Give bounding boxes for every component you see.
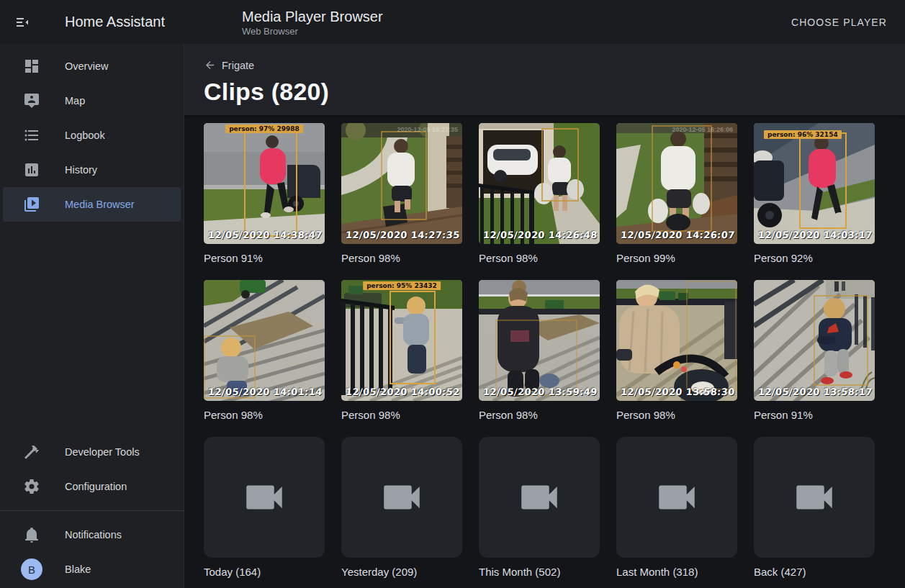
clip-thumbnail-image — [204, 280, 325, 401]
folder-card-back[interactable]: Back (427) — [754, 437, 875, 579]
clip-card[interactable]: 12/05/2020 13:58:17 Person 91% — [754, 280, 875, 422]
folder-card-yesterday[interactable]: Yesterday (209) — [341, 437, 462, 579]
clip-timestamp-overlay: 12/05/2020 14:38:47 — [207, 230, 323, 240]
clip-thumbnail-image — [754, 123, 875, 244]
video-icon — [515, 474, 563, 521]
media-browser-panel: Frigate Clips (820) — [184, 44, 905, 588]
clip-thumbnail-image — [341, 280, 462, 401]
page-subtitle: Web Browser — [242, 26, 383, 37]
folder-card-last-month[interactable]: Last Month (318) — [616, 437, 737, 579]
folder-label: This Month (502) — [479, 566, 600, 579]
clip-card[interactable]: 2020-12-05 16:27:35 12/05/2020 14:27:35 … — [341, 123, 462, 265]
bell-icon — [23, 526, 40, 543]
sidebar-item-developer-tools[interactable]: Developer Tools — [3, 435, 181, 469]
clip-label: Person 92% — [754, 252, 875, 265]
user-name-label: Blake — [65, 564, 91, 575]
camera-osd-timestamp: 2020-12-05 16:26:06 — [672, 126, 733, 133]
clip-timestamp-overlay: 12/05/2020 14:26:07 — [620, 230, 735, 240]
sidebar-item-media-browser[interactable]: Media Browser — [3, 187, 181, 222]
sidebar-item-label: Media Browser — [65, 199, 135, 210]
clip-thumbnail-image — [616, 280, 737, 401]
clip-timestamp-overlay: 12/05/2020 14:01:14 — [207, 386, 323, 397]
choose-player-button[interactable]: CHOOSE PLAYER — [785, 11, 893, 34]
clip-timestamp-overlay: 12/05/2020 13:58:30 — [620, 386, 735, 397]
clip-label: Person 98% — [616, 409, 737, 422]
clip-thumbnail-image — [479, 280, 600, 401]
folder-tile — [616, 437, 737, 558]
sidebar-item-label: Notifications — [65, 529, 122, 540]
sidebar-item-configuration[interactable]: Configuration — [3, 469, 181, 504]
clip-label: Person 98% — [479, 409, 600, 422]
folder-tile — [204, 437, 325, 558]
folder-label: Back (427) — [754, 566, 875, 579]
clip-label: Person 98% — [479, 252, 600, 265]
clip-label: Person 91% — [754, 409, 875, 422]
content-header: Frigate Clips (820) — [184, 44, 905, 115]
app-header: Home Assistant Media Player Browser Web … — [0, 0, 905, 44]
clip-thumbnail: person: 96% 32154 12/05/2020 14:03:17 — [754, 123, 875, 244]
clip-card[interactable]: person: 96% 32154 12/05/2020 14:03:17 Pe… — [754, 123, 875, 265]
clip-thumbnail: 12/05/2020 13:58:30 — [616, 280, 737, 401]
avatar: B — [21, 558, 42, 580]
video-icon — [240, 474, 288, 521]
clip-thumbnail: 2020-12-05 16:27:35 12/05/2020 14:27:35 — [341, 123, 462, 244]
detection-caption: person: 96% 32154 — [764, 130, 842, 139]
back-button[interactable]: Frigate — [204, 44, 254, 71]
clip-thumbnail-image — [341, 123, 462, 244]
clip-thumbnail-image — [204, 123, 325, 244]
sidebar-item-history[interactable]: History — [3, 153, 181, 187]
sidebar-item-label: Map — [65, 95, 85, 107]
clip-label: Person 98% — [341, 252, 462, 265]
clip-label: Person 99% — [616, 252, 737, 265]
hammer-icon — [23, 443, 40, 461]
map-account-icon — [23, 92, 40, 109]
camera-osd-timestamp: 2020-12-05 16:27:35 — [397, 126, 458, 133]
clip-card[interactable]: person: 95% 23432 12/05/2020 14:00:52 Pe… — [341, 280, 462, 422]
detection-caption: person: 97% 29988 — [225, 125, 303, 133]
chart-icon — [23, 161, 40, 178]
folder-label: Last Month (318) — [616, 566, 737, 579]
clip-card[interactable]: 12/05/2020 14:26:48 Person 98% — [479, 123, 600, 265]
clip-card[interactable]: 12/05/2020 13:58:30 Person 98% — [616, 280, 737, 422]
sidebar: Overview Map Logbook History Media Brows… — [0, 44, 184, 588]
video-icon — [378, 474, 426, 521]
clip-card[interactable]: 2020-12-05 16:26:06 12/05/2020 14:26:07 … — [616, 123, 737, 265]
clip-card[interactable]: 12/05/2020 13:59:49 Person 98% — [479, 280, 600, 422]
clip-thumbnail: 12/05/2020 14:01:14 — [204, 280, 325, 401]
folder-card-this-month[interactable]: This Month (502) — [479, 437, 600, 579]
clips-grid: person: 97% 29988 12/05/2020 14:38:47 Pe… — [204, 123, 905, 579]
sidebar-item-label: Developer Tools — [65, 446, 140, 458]
gear-icon — [23, 478, 40, 495]
page-heading: Clips (820) — [204, 78, 905, 106]
sidebar-item-notifications[interactable]: Notifications — [3, 517, 181, 552]
page-title: Media Player Browser — [242, 8, 383, 25]
clip-thumbnail-image — [616, 123, 737, 244]
clip-label: Person 91% — [204, 252, 325, 265]
clip-label: Person 98% — [204, 409, 325, 422]
sidebar-item-label: Logbook — [65, 130, 105, 141]
detection-caption: person: 95% 23432 — [363, 281, 441, 290]
clip-card[interactable]: person: 97% 29988 12/05/2020 14:38:47 Pe… — [204, 123, 325, 265]
clip-thumbnail-image — [479, 123, 600, 244]
arrow-left-icon — [204, 59, 216, 71]
sidebar-item-label: Configuration — [65, 481, 127, 492]
clip-timestamp-overlay: 12/05/2020 14:26:48 — [482, 230, 598, 240]
dashboard-icon — [23, 58, 40, 75]
clip-thumbnail: person: 95% 23432 12/05/2020 14:00:52 — [341, 280, 462, 401]
clip-thumbnail: 12/05/2020 14:26:48 — [479, 123, 600, 244]
clip-timestamp-overlay: 12/05/2020 14:00:52 — [345, 386, 460, 397]
sidebar-item-label: History — [65, 164, 97, 176]
clip-timestamp-overlay: 12/05/2020 13:58:17 — [757, 386, 873, 397]
clip-thumbnail: 12/05/2020 13:58:17 — [754, 280, 875, 401]
folder-card-today[interactable]: Today (164) — [204, 437, 325, 579]
clip-thumbnail-image — [754, 280, 875, 401]
sidebar-item-overview[interactable]: Overview — [3, 49, 181, 83]
clip-timestamp-overlay: 12/05/2020 14:27:35 — [345, 230, 460, 240]
sidebar-item-map[interactable]: Map — [3, 83, 181, 118]
sidebar-item-logbook[interactable]: Logbook — [3, 118, 181, 153]
sidebar-title: Home Assistant — [65, 14, 230, 30]
sidebar-item-label: Overview — [65, 60, 108, 72]
sidebar-toggle-button[interactable] — [6, 5, 40, 40]
sidebar-item-user-profile[interactable]: B Blake — [3, 552, 181, 587]
clip-card[interactable]: 12/05/2020 14:01:14 Person 98% — [204, 280, 325, 422]
